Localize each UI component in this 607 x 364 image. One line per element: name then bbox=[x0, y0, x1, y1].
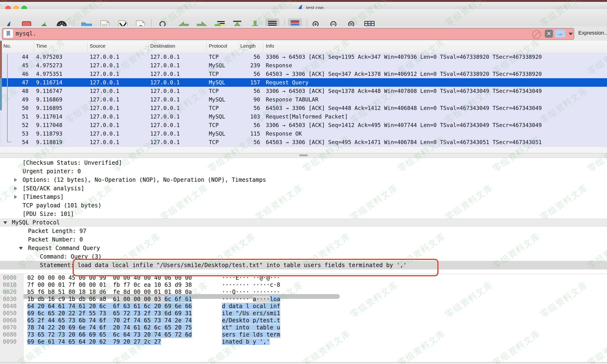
display-filter-input[interactable]: mysql. ✕ → bbox=[2, 28, 574, 40]
window-edge-sliver bbox=[0, 41, 2, 78]
pane-splitter[interactable] bbox=[0, 153, 607, 158]
hex-row-0080[interactable]: 008073 65 72 73 20 66 69 65 6c 64 73 20 … bbox=[0, 331, 607, 338]
column-header-info[interactable]: Info bbox=[266, 43, 274, 49]
hex-row-0040[interactable]: 004064 20 64 61 74 61 20 6c 6f 63 61 6c … bbox=[0, 303, 607, 310]
detail-text: [PDU Size: 101] bbox=[23, 210, 74, 218]
detail-row[interactable]: Urgent pointer: 0 bbox=[0, 167, 607, 176]
detail-text: Packet Number: 0 bbox=[28, 235, 83, 244]
hex-row-0020[interactable]: 0020b5 f6 b8 51 80 18 18 d6 fe 8d 00 00 … bbox=[0, 288, 607, 296]
packet-row-46[interactable]: 464.975351127.0.0.1127.0.0.1TCP5664503 →… bbox=[0, 70, 607, 78]
expanded-arrow-icon[interactable] bbox=[19, 247, 23, 250]
hex-offset: 0030 bbox=[3, 296, 17, 303]
packet-row-54[interactable]: 549.118819127.0.0.1127.0.0.1TCP5664503 →… bbox=[0, 138, 607, 146]
filter-dropdown-caret[interactable] bbox=[568, 33, 573, 35]
hex-row-0050[interactable]: 005069 6c 65 20 22 2f 55 73 65 72 73 2f … bbox=[0, 310, 607, 317]
detail-text: [Checksum Status: Unverified] bbox=[23, 158, 122, 167]
filter-bookmark-button[interactable] bbox=[3, 29, 13, 38]
detail-row[interactable]: Packet Length: 97 bbox=[0, 227, 607, 235]
hex-offset: 0090 bbox=[3, 338, 17, 345]
screen-top-edge bbox=[0, 0, 607, 2]
detail-row[interactable]: MySQL Protocol bbox=[0, 218, 607, 227]
detail-text: [Timestamps] bbox=[23, 193, 64, 201]
wireshark-window: test.cap bbox=[0, 0, 607, 364]
packet-row-44[interactable]: 444.975203127.0.0.1127.0.0.1TCP563306 → … bbox=[0, 52, 607, 61]
column-header-length[interactable]: Length bbox=[240, 43, 256, 49]
hex-offset: 0070 bbox=[3, 324, 17, 331]
hex-offset: 0080 bbox=[3, 331, 17, 338]
hex-offset: 0010 bbox=[3, 281, 17, 288]
hex-row-0010[interactable]: 00107f 00 00 01 7f 00 00 01 fb f7 0c ea … bbox=[0, 281, 607, 288]
column-header-destination[interactable]: Destination bbox=[150, 43, 175, 49]
bookmark-icon bbox=[7, 31, 10, 37]
detail-row[interactable]: Options: (12 bytes), No-Operation (NOP),… bbox=[0, 176, 607, 184]
packet-list-header[interactable]: No.TimeSourceDestinationProtocolLengthIn… bbox=[0, 41, 607, 53]
filter-apply-button[interactable]: → bbox=[555, 30, 565, 38]
window-edge-sliver bbox=[0, 110, 2, 146]
detail-text: MySQL Protocol bbox=[12, 218, 60, 227]
packet-row-53[interactable]: 539.118793127.0.0.1127.0.0.1MySQL115Resp… bbox=[0, 130, 607, 138]
detail-text: Packet Length: 97 bbox=[28, 227, 86, 235]
filter-value: mysql. bbox=[16, 30, 36, 37]
detail-row[interactable]: Packet Number: 0 bbox=[0, 235, 607, 244]
filter-clear-button[interactable]: ✕ bbox=[545, 30, 553, 38]
hex-row-0030[interactable]: 00301b db 16 c9 1b db 06 a8 61 00 00 00 … bbox=[0, 296, 607, 303]
title-bar[interactable]: test.cap bbox=[0, 2, 607, 9]
hex-row-0090[interactable]: 009069 6e 61 74 65 64 20 62 79 20 27 2c … bbox=[0, 338, 607, 345]
detail-text: TCP payload (101 bytes) bbox=[23, 201, 101, 210]
hex-row-0060[interactable]: 006065 2f 44 65 73 6b 74 6f 70 2f 74 65 … bbox=[0, 317, 607, 324]
hex-offset: 0040 bbox=[3, 303, 17, 310]
column-header-source[interactable]: Source bbox=[90, 43, 106, 49]
collapsed-arrow-icon[interactable] bbox=[14, 186, 17, 190]
detail-text: [SEQ/ACK analysis] bbox=[23, 184, 84, 193]
conversation-line bbox=[7, 87, 8, 142]
packet-list-hscrollbar[interactable] bbox=[0, 146, 607, 153]
conversation-line bbox=[7, 78, 8, 87]
packet-row-47[interactable]: 479.116714127.0.0.1127.0.0.1MySQL157Requ… bbox=[0, 78, 607, 87]
packet-row-49[interactable]: 499.116869127.0.0.1127.0.0.1MySQL90Respo… bbox=[0, 95, 607, 104]
expression-button[interactable]: Expression… bbox=[578, 30, 607, 36]
detail-text: Options: (12 bytes), No-Operation (NOP),… bbox=[23, 176, 266, 184]
detail-row[interactable]: TCP payload (101 bytes) bbox=[0, 201, 607, 210]
detail-row[interactable]: [Timestamps] bbox=[0, 193, 607, 201]
collapsed-arrow-icon[interactable] bbox=[14, 178, 17, 182]
packet-row-48[interactable]: 489.116747127.0.0.1127.0.0.1TCP563306 → … bbox=[0, 87, 607, 95]
packet-row-52[interactable]: 529.117048127.0.0.1127.0.0.1TCP563306 → … bbox=[0, 121, 607, 130]
conversation-line-tick bbox=[7, 142, 11, 142]
conversation-line bbox=[7, 54, 8, 78]
filter-bar: mysql. ✕ → Expression… bbox=[0, 26, 607, 41]
column-header-no[interactable]: No. bbox=[3, 43, 11, 49]
packet-row-45[interactable]: 454.975273127.0.0.1127.0.0.1MySQL239Resp… bbox=[0, 61, 607, 70]
packet-row-51[interactable]: 519.117014127.0.0.1127.0.0.1MySQL103Requ… bbox=[0, 112, 607, 121]
collapsed-arrow-icon[interactable] bbox=[14, 195, 17, 199]
window-edge-sliver bbox=[0, 78, 2, 110]
detail-row[interactable]: [SEQ/ACK analysis] bbox=[0, 184, 607, 193]
column-header-protocol[interactable]: Protocol bbox=[209, 43, 227, 49]
column-header-time[interactable]: Time bbox=[36, 43, 47, 49]
hex-offset: 0020 bbox=[3, 288, 17, 296]
filter-invalid-icon bbox=[532, 30, 541, 39]
annotation-highlight-box bbox=[73, 259, 439, 276]
detail-row[interactable]: Request Command Query bbox=[0, 244, 607, 252]
detail-row[interactable]: [PDU Size: 101] bbox=[0, 210, 607, 218]
expanded-arrow-icon[interactable] bbox=[3, 221, 7, 224]
detail-text: Urgent pointer: 0 bbox=[23, 167, 81, 176]
status-bar bbox=[0, 362, 607, 364]
splitter-grip[interactable] bbox=[299, 155, 308, 156]
hex-offset: 0000 bbox=[3, 274, 17, 281]
packet-row-50[interactable]: 509.116895127.0.0.1127.0.0.1TCP5664503 →… bbox=[0, 104, 607, 112]
hex-row-0070[interactable]: 007078 74 22 20 69 6e 74 6f 20 74 61 62 … bbox=[0, 324, 607, 331]
hex-offset: 0050 bbox=[3, 310, 17, 317]
detail-row[interactable]: [Checksum Status: Unverified] bbox=[0, 158, 607, 167]
hex-offset: 0060 bbox=[3, 317, 17, 324]
main-toolbar: 010100110101110 bbox=[0, 9, 607, 26]
detail-text: Request Command Query bbox=[28, 244, 100, 252]
